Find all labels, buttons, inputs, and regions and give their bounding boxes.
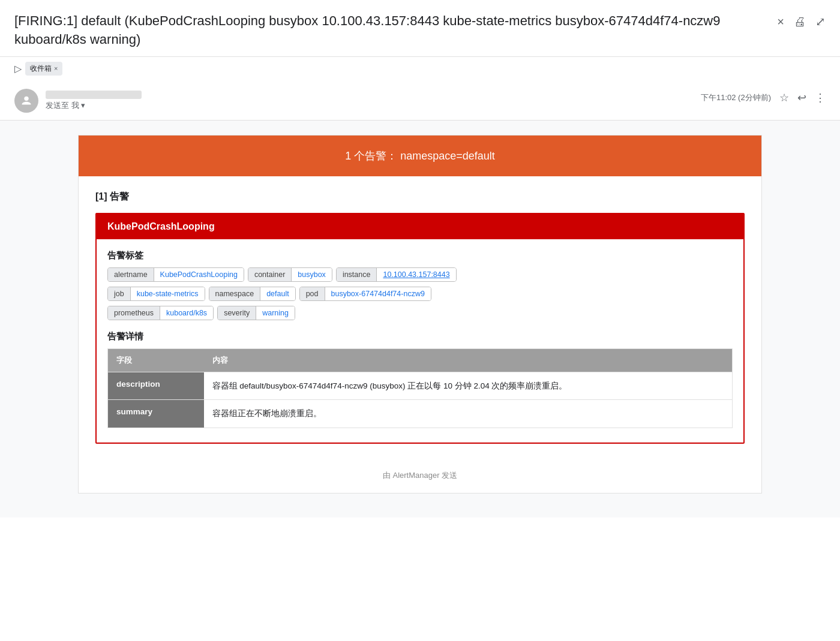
tag-alertname-key: alertname xyxy=(108,268,154,281)
print-icon[interactable]: 🖨 xyxy=(794,15,806,29)
email-footer: 由 AlertManager 发送 xyxy=(79,458,761,493)
label-arrow-icon: ▷ xyxy=(14,63,22,74)
labels-row: alertname KubePodCrashLooping container … xyxy=(107,267,733,282)
tag-pod-key: pod xyxy=(300,287,325,300)
tag-pod-value: busybox-67474d4f74-nczw9 xyxy=(325,287,431,300)
close-icon[interactable]: × xyxy=(777,15,784,29)
open-external-icon[interactable]: ⤢ xyxy=(815,14,826,29)
tag-severity: severity warning xyxy=(217,306,295,320)
alert-card: KubePodCrashLooping 告警标签 alertname KubeP… xyxy=(95,213,745,444)
table-field-summary: summary xyxy=(108,400,204,428)
tag-alertname-value: KubePodCrashLooping xyxy=(154,268,244,281)
footer-text: 由 AlertManager 发送 xyxy=(383,471,457,480)
tag-namespace-value: default xyxy=(260,287,295,300)
email-subject: [FIRING:1] default (KubePodCrashLooping … xyxy=(14,12,765,49)
header-actions: × 🖨 ⤢ xyxy=(777,12,826,29)
labels-row-3: prometheus kuboard/k8s severity warning xyxy=(107,306,733,320)
details-table: 字段 内容 description 容器组 default/busybox-67… xyxy=(107,348,733,428)
dropdown-icon[interactable]: ▾ xyxy=(81,101,85,110)
email-content: 1 个告警： namespace=default [1] 告警 KubePodC… xyxy=(78,135,762,493)
inbox-label-close-icon[interactable]: × xyxy=(54,65,58,72)
star-icon[interactable]: ☆ xyxy=(779,91,789,104)
table-row: summary 容器组正在不断地崩溃重启。 xyxy=(108,400,733,428)
sender-name-blur xyxy=(46,91,142,99)
alert-section-title: [1] 告警 xyxy=(95,191,745,203)
labels-bar: ▷ 收件箱 × xyxy=(0,57,840,82)
table-row: description 容器组 default/busybox-67474d4f… xyxy=(108,372,733,400)
alert-section: [1] 告警 KubePodCrashLooping 告警标签 alertnam… xyxy=(79,176,761,458)
tag-alertname: alertname KubePodCrashLooping xyxy=(107,267,244,282)
tag-prometheus-value: kuboard/k8s xyxy=(160,306,213,320)
details-section-title: 告警详情 xyxy=(107,331,733,342)
sender-right: 下午11:02 (2分钟前) ☆ ↩ ⋮ xyxy=(701,89,826,104)
tag-job-key: job xyxy=(108,287,131,300)
tag-instance: instance 10.100.43.157:8443 xyxy=(336,267,457,282)
tag-prometheus-key: prometheus xyxy=(108,306,160,320)
sender-row: 发送至 我 ▾ 下午11:02 (2分钟前) ☆ ↩ ⋮ xyxy=(0,82,840,121)
labels-section-title: 告警标签 xyxy=(107,250,733,261)
sender-to-label: 发送至 我 ▾ xyxy=(46,100,142,111)
details-section: 告警详情 字段 内容 descri xyxy=(107,331,733,428)
table-col-field: 字段 xyxy=(108,348,204,372)
table-col-content: 内容 xyxy=(204,348,733,372)
table-field-description: description xyxy=(108,372,204,400)
email-time: 下午11:02 (2分钟前) xyxy=(701,92,771,103)
sender-left: 发送至 我 ▾ xyxy=(14,89,142,113)
alert-card-body: 告警标签 alertname KubePodCrashLooping conta… xyxy=(97,239,743,443)
tag-container-key: container xyxy=(248,268,292,281)
tag-namespace-key: namespace xyxy=(209,287,261,300)
email-container: [FIRING:1] default (KubePodCrashLooping … xyxy=(0,0,840,641)
tag-prometheus: prometheus kuboard/k8s xyxy=(107,306,214,320)
alert-banner: 1 个告警： namespace=default xyxy=(79,136,761,176)
tag-namespace: namespace default xyxy=(209,287,296,301)
tag-job: job kube-state-metrics xyxy=(107,287,205,301)
tag-severity-key: severity xyxy=(218,306,256,320)
table-content-summary: 容器组正在不断地崩溃重启。 xyxy=(204,400,733,428)
tag-severity-value: warning xyxy=(256,306,295,320)
tag-container-value: busybox xyxy=(292,268,332,281)
alert-card-header: KubePodCrashLooping xyxy=(97,214,743,239)
tag-container: container busybox xyxy=(248,267,332,282)
more-options-icon[interactable]: ⋮ xyxy=(815,91,826,104)
sender-info: 发送至 我 ▾ xyxy=(46,91,142,111)
labels-row-2: job kube-state-metrics namespace default… xyxy=(107,287,733,301)
tag-instance-value[interactable]: 10.100.43.157:8443 xyxy=(377,268,455,281)
email-body: 1 个告警： namespace=default [1] 告警 KubePodC… xyxy=(0,121,840,517)
tag-pod: pod busybox-67474d4f74-nczw9 xyxy=(299,287,431,301)
email-header: [FIRING:1] default (KubePodCrashLooping … xyxy=(0,0,840,57)
table-content-description: 容器组 default/busybox-67474d4f74-nczw9 (bu… xyxy=(204,372,733,400)
svg-point-0 xyxy=(24,96,28,100)
alert-banner-text-main: 1 个告警： namespace=default xyxy=(345,150,495,162)
inbox-label-text: 收件箱 xyxy=(30,64,52,74)
inbox-label-tag[interactable]: 收件箱 × xyxy=(25,62,62,76)
tag-job-value: kube-state-metrics xyxy=(131,287,205,300)
reply-icon[interactable]: ↩ xyxy=(797,91,806,104)
tag-instance-key: instance xyxy=(337,268,377,281)
sender-avatar xyxy=(14,89,38,113)
